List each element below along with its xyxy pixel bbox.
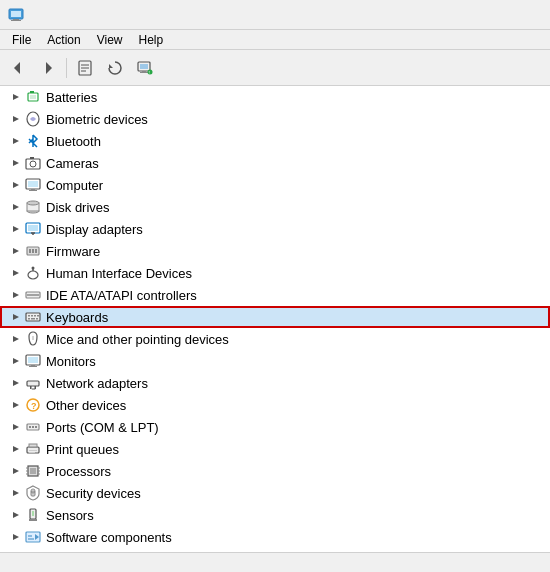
tree-item-monitors[interactable]: Monitors (0, 350, 550, 372)
tree-item-diskdrives[interactable]: Disk drives (0, 196, 550, 218)
title-bar (0, 0, 550, 30)
expand-icon-biometric[interactable] (8, 111, 24, 127)
svg-rect-73 (31, 365, 35, 366)
svg-marker-88 (13, 446, 19, 452)
tree-item-processors[interactable]: Processors (0, 460, 550, 482)
svg-marker-51 (13, 292, 19, 298)
tree-item-otherdevices[interactable]: ?Other devices (0, 394, 550, 416)
svg-point-50 (32, 267, 35, 270)
svg-marker-93 (13, 468, 19, 474)
category-icon-mice (24, 330, 42, 348)
category-label-monitors: Monitors (46, 354, 96, 369)
expand-icon-computer[interactable] (8, 177, 24, 193)
category-label-mice: Mice and other pointing devices (46, 332, 229, 347)
expand-icon-otherdevices[interactable] (8, 397, 24, 413)
expand-icon-monitors[interactable] (8, 353, 24, 369)
expand-icon-security[interactable] (8, 485, 24, 501)
category-label-displayadapters: Display adapters (46, 222, 143, 237)
category-icon-bluetooth (24, 132, 42, 150)
svg-marker-5 (46, 62, 52, 74)
svg-rect-19 (30, 91, 34, 93)
category-label-security: Security devices (46, 486, 141, 501)
tree-item-firmware[interactable]: Firmware (0, 240, 550, 262)
menu-file[interactable]: File (4, 31, 39, 49)
svg-marker-17 (13, 94, 19, 100)
tree-item-keyboards[interactable]: Keyboards (0, 306, 550, 328)
svg-rect-14 (140, 72, 148, 73)
expand-icon-firmware[interactable] (8, 243, 24, 259)
category-label-ide: IDE ATA/ATAPI controllers (46, 288, 197, 303)
tree-item-security[interactable]: Security devices (0, 482, 550, 504)
expand-icon-displayadapters[interactable] (8, 221, 24, 237)
category-icon-cameras (24, 154, 42, 172)
svg-rect-65 (31, 318, 35, 320)
tree-item-ports[interactable]: Ports (COM & LPT) (0, 416, 550, 438)
svg-point-48 (28, 271, 38, 279)
expand-icon-sensors[interactable] (8, 507, 24, 523)
svg-rect-91 (29, 450, 37, 451)
svg-rect-90 (29, 444, 37, 447)
back-button[interactable] (4, 54, 32, 82)
expand-icon-printqueues[interactable] (8, 441, 24, 457)
minimize-button[interactable] (400, 0, 446, 30)
category-label-diskdrives: Disk drives (46, 200, 110, 215)
expand-icon-bluetooth[interactable] (8, 133, 24, 149)
svg-rect-85 (29, 426, 31, 428)
category-icon-processors (24, 462, 42, 480)
tree-item-networkadapters[interactable]: Network adapters (0, 372, 550, 394)
svg-rect-86 (32, 426, 34, 428)
expand-icon-ports[interactable] (8, 419, 24, 435)
tree-item-batteries[interactable]: Batteries (0, 86, 550, 108)
menu-bar: File Action View Help (0, 30, 550, 50)
tree-item-hid[interactable]: Human Interface Devices (0, 262, 550, 284)
tree-item-biometric[interactable]: Biometric devices (0, 108, 550, 130)
menu-help[interactable]: Help (131, 31, 172, 49)
expand-icon-softwaredevices[interactable] (8, 551, 24, 552)
device-tree[interactable]: BatteriesBiometric devicesBluetoothCamer… (0, 86, 550, 552)
update-button[interactable] (101, 54, 129, 82)
tree-item-softwarecomponents[interactable]: Software components (0, 526, 550, 548)
tree-item-displayadapters[interactable]: Display adapters (0, 218, 550, 240)
main-panel: BatteriesBiometric devicesBluetoothCamer… (0, 86, 550, 552)
expand-icon-keyboards[interactable] (8, 309, 24, 325)
category-label-ports: Ports (COM & LPT) (46, 420, 159, 435)
expand-icon-cameras[interactable] (8, 155, 24, 171)
expand-icon-networkadapters[interactable] (8, 375, 24, 391)
expand-icon-processors[interactable] (8, 463, 24, 479)
menu-view[interactable]: View (89, 31, 131, 49)
tree-item-printqueues[interactable]: Print queues (0, 438, 550, 460)
svg-marker-109 (13, 534, 19, 540)
tree-item-softwaredevices[interactable]: Software devices (0, 548, 550, 552)
category-label-batteries: Batteries (46, 90, 97, 105)
expand-icon-softwarecomponents[interactable] (8, 529, 24, 545)
tree-item-mice[interactable]: Mice and other pointing devices (0, 328, 550, 350)
svg-marker-42 (13, 248, 19, 254)
tree-item-sensors[interactable]: Sensors (0, 504, 550, 526)
svg-marker-47 (13, 270, 19, 276)
expand-icon-batteries[interactable] (8, 89, 24, 105)
tree-item-bluetooth[interactable]: Bluetooth (0, 130, 550, 152)
expand-icon-hid[interactable] (8, 265, 24, 281)
svg-point-36 (27, 201, 39, 205)
expand-icon-mice[interactable] (8, 331, 24, 347)
category-label-keyboards: Keyboards (46, 310, 108, 325)
forward-button[interactable] (34, 54, 62, 82)
properties-button[interactable] (71, 54, 99, 82)
category-icon-softwarecomponents (24, 528, 42, 546)
category-icon-biometric (24, 110, 42, 128)
menu-action[interactable]: Action (39, 31, 88, 49)
tree-item-cameras[interactable]: Cameras (0, 152, 550, 174)
svg-rect-66 (36, 318, 38, 320)
category-label-cameras: Cameras (46, 156, 99, 171)
svg-marker-21 (13, 116, 19, 122)
expand-icon-ide[interactable] (8, 287, 24, 303)
svg-rect-27 (30, 157, 34, 159)
expand-icon-diskdrives[interactable] (8, 199, 24, 215)
category-icon-softwaredevices (24, 550, 42, 552)
tree-item-computer[interactable]: Computer (0, 174, 550, 196)
tree-item-ide[interactable]: IDE ATA/ATAPI controllers (0, 284, 550, 306)
maximize-button[interactable] (448, 0, 494, 30)
toolbar: ! (0, 50, 550, 86)
scan-button[interactable]: ! (131, 54, 159, 82)
close-button[interactable] (496, 0, 542, 30)
